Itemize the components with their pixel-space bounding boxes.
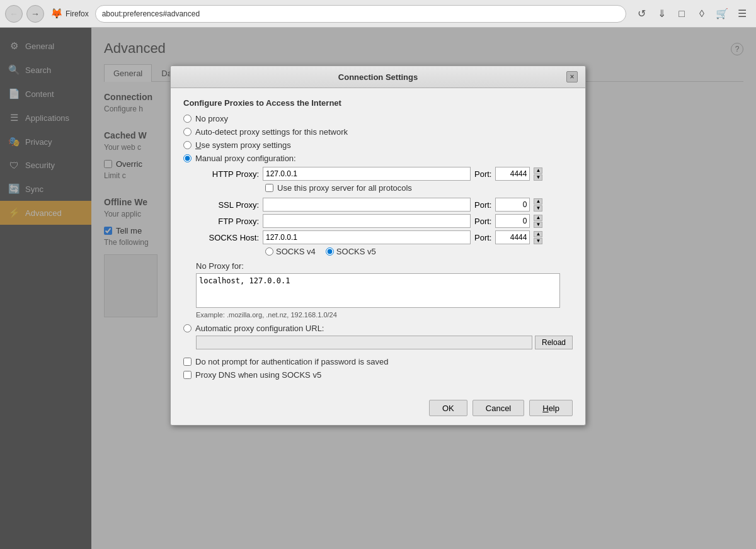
ssl-proxy-label: SSL Proxy: — [196, 200, 259, 210]
ftp-proxy-row: FTP Proxy: Port: ▲ ▼ — [196, 214, 573, 228]
ftp-port-up[interactable]: ▲ — [534, 215, 542, 221]
socks-port-label: Port: — [474, 233, 491, 242]
url-bar[interactable]: about:preferences#advanced — [95, 5, 626, 23]
use-proxy-all-checkbox[interactable] — [265, 184, 273, 192]
manual-proxy-label[interactable]: Manual proxy configuration: — [195, 154, 296, 163]
no-proxy-textarea[interactable]: localhost, 127.0.0.1 — [196, 273, 560, 308]
system-proxy-radio[interactable] — [183, 141, 192, 149]
pocket-button[interactable]: ◊ — [693, 5, 711, 23]
auto-detect-label[interactable]: Auto-detect proxy settings for this netw… — [195, 127, 348, 137]
dialog-footer: OK Cancel Help — [171, 393, 585, 425]
http-port-label: Port: — [474, 169, 491, 179]
auto-proxy-config-row: Automatic proxy configuration URL: — [183, 324, 573, 333]
socks-v4-label[interactable]: SOCKS v4 — [265, 247, 316, 256]
socks-port-input[interactable] — [495, 230, 530, 244]
socks-host-label: SOCKS Host: — [196, 233, 259, 242]
ssl-port-input[interactable] — [495, 198, 530, 212]
ftp-port-input[interactable] — [495, 214, 530, 228]
dialog-body: Configure Proxies to Access the Internet… — [171, 88, 585, 393]
back-button[interactable]: ← — [5, 5, 23, 23]
forward-button[interactable]: → — [26, 5, 44, 23]
firefox-icon: 🦊 — [50, 8, 63, 20]
ftp-port-down[interactable]: ▼ — [534, 222, 542, 228]
browser-chrome: ← → 🦊 Firefox about:preferences#advanced… — [0, 0, 756, 28]
firefox-logo: 🦊 Firefox — [48, 8, 91, 20]
download-button[interactable]: ⇓ — [653, 5, 670, 23]
ssl-proxy-row: SSL Proxy: Port: ▲ ▼ — [196, 198, 573, 212]
use-proxy-all-row: Use this proxy server for all protocols — [265, 183, 573, 193]
help-button[interactable]: Help — [529, 400, 573, 416]
socks-port-spinner[interactable]: ▲ ▼ — [534, 231, 542, 244]
auto-proxy-url-input[interactable] — [196, 336, 532, 349]
ftp-port-spinner[interactable]: ▲ ▼ — [534, 215, 542, 228]
ssl-port-down[interactable]: ▼ — [534, 205, 542, 212]
http-port-down[interactable]: ▼ — [534, 174, 542, 181]
manual-proxy-radio[interactable] — [183, 154, 192, 162]
http-proxy-input[interactable] — [263, 167, 471, 181]
ssl-port-label: Port: — [474, 200, 491, 210]
use-proxy-all-label[interactable]: Use this proxy server for all protocols — [277, 183, 412, 193]
socks-host-input[interactable] — [263, 230, 471, 244]
auto-proxy-radio[interactable] — [183, 324, 192, 332]
reload-button[interactable]: Reload — [535, 336, 573, 349]
auto-proxy-config-label[interactable]: Automatic proxy configuration URL: — [195, 324, 324, 333]
auth-checkbox-row-2: Proxy DNS when using SOCKS v5 — [183, 370, 573, 380]
cancel-button[interactable]: Cancel — [472, 400, 524, 416]
socks-v4-radio[interactable] — [265, 247, 273, 256]
no-proxy-row: No proxy — [183, 114, 573, 123]
socks-v5-label[interactable]: SOCKS v5 — [326, 247, 376, 256]
dialog-close-button[interactable]: × — [566, 71, 578, 82]
proxy-dns-checkbox[interactable] — [183, 371, 192, 379]
tab-button[interactable]: □ — [673, 5, 690, 23]
url-text: about:preferences#advanced — [102, 9, 200, 18]
dialog-header: Connection Settings × — [171, 66, 585, 88]
cart-button[interactable]: 🛒 — [713, 5, 731, 23]
browser-actions: ↺ ⇓ □ ◊ 🛒 ☰ — [633, 5, 751, 23]
socks-version-row: SOCKS v4 SOCKS v5 — [265, 247, 573, 256]
http-port-input[interactable] — [495, 167, 530, 181]
ssl-proxy-input[interactable] — [263, 198, 471, 212]
refresh-button[interactable]: ↺ — [633, 5, 650, 23]
system-proxy-row: Use system proxy settings — [183, 140, 573, 150]
ftp-port-label: Port: — [474, 217, 491, 226]
http-port-spinner[interactable]: ▲ ▼ — [534, 167, 542, 181]
auto-proxy-input-row: Reload — [196, 336, 573, 349]
no-proxy-radio[interactable] — [183, 115, 192, 123]
connection-settings-dialog: Connection Settings × Configure Proxies … — [170, 65, 586, 426]
http-port-up[interactable]: ▲ — [534, 167, 542, 174]
socks-v5-radio[interactable] — [326, 247, 334, 256]
ftp-proxy-label: FTP Proxy: — [196, 217, 259, 226]
socks-port-down[interactable]: ▼ — [534, 238, 542, 244]
proxy-dns-label[interactable]: Proxy DNS when using SOCKS v5 — [195, 370, 321, 380]
manual-proxy-row: Manual proxy configuration: — [183, 154, 573, 163]
socks-port-up[interactable]: ▲ — [534, 231, 542, 237]
menu-button[interactable]: ☰ — [733, 5, 751, 23]
auth-checkbox-row-1: Do not prompt for authentication if pass… — [183, 357, 573, 366]
ssl-port-spinner[interactable]: ▲ ▼ — [534, 198, 542, 212]
socks-host-row: SOCKS Host: Port: ▲ ▼ — [196, 230, 573, 244]
modal-overlay: Connection Settings × Configure Proxies … — [0, 28, 756, 549]
auto-detect-row: Auto-detect proxy settings for this netw… — [183, 127, 573, 137]
http-proxy-label: HTTP Proxy: — [196, 169, 259, 179]
system-proxy-label[interactable]: Use system proxy settings — [195, 140, 291, 150]
proxy-section-title: Configure Proxies to Access the Internet — [183, 98, 573, 108]
firefox-label: Firefox — [66, 9, 89, 18]
example-text: Example: .mozilla.org, .net.nz, 192.168.… — [196, 311, 573, 319]
auto-detect-radio[interactable] — [183, 128, 192, 136]
no-auth-label[interactable]: Do not prompt for authentication if pass… — [195, 357, 388, 366]
ftp-proxy-input[interactable] — [263, 214, 471, 228]
ssl-port-up[interactable]: ▲ — [534, 198, 542, 205]
ok-button[interactable]: OK — [429, 400, 467, 416]
dialog-title: Connection Settings — [190, 72, 566, 82]
no-proxy-for-label: No Proxy for: — [196, 261, 573, 271]
no-proxy-label[interactable]: No proxy — [195, 114, 228, 123]
http-proxy-row: HTTP Proxy: Port: ▲ ▼ — [196, 167, 573, 181]
no-auth-checkbox[interactable] — [183, 358, 192, 366]
